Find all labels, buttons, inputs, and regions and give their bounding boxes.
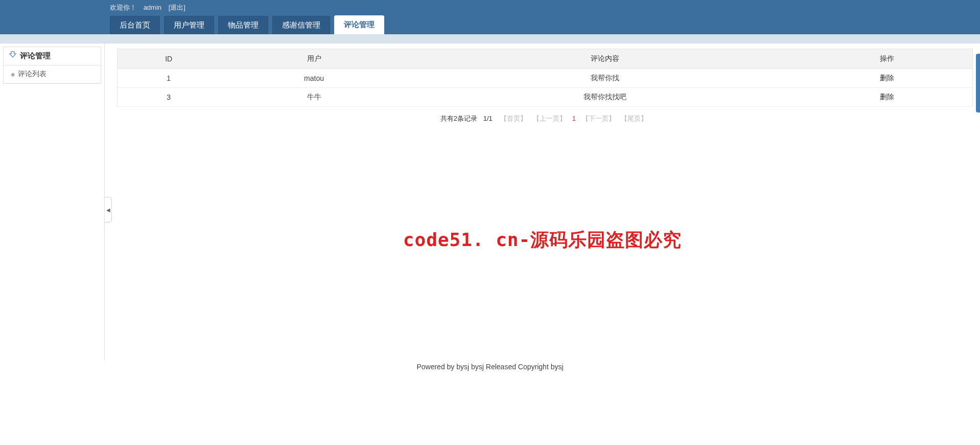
table-header-row: ID 用户 评论内容 操作 [118, 49, 973, 69]
sidebar-title: 评论管理 [4, 47, 101, 65]
sidebar-box: 评论管理 ◆ 评论列表 [3, 47, 101, 84]
pagination-summary: 共有2条记录 [440, 115, 477, 122]
cell-content: 我帮你找 [408, 69, 802, 88]
pagination-current: 1 [572, 115, 576, 122]
scroll-indicator[interactable] [976, 54, 980, 113]
footer: Powered by bysj bysj Released Copyright … [0, 361, 980, 373]
tab-items[interactable]: 物品管理 [218, 16, 268, 34]
sidebar-item-comment-list[interactable]: ◆ 评论列表 [4, 65, 101, 83]
comments-table: ID 用户 评论内容 操作 1 matou 我帮你找 删除 3 牛牛 我帮你找找… [117, 49, 973, 107]
username: admin [144, 4, 161, 11]
welcome-prefix: 欢迎你！ [110, 4, 136, 11]
nav-tabs: 后台首页 用户管理 物品管理 感谢信管理 评论管理 [110, 15, 980, 34]
logout-link[interactable]: [退出] [169, 4, 185, 11]
cell-content: 我帮你找找吧 [408, 88, 802, 107]
sidebar-item-label: 评论列表 [18, 70, 46, 79]
sidebar-title-text: 评论管理 [20, 51, 51, 61]
tab-comments[interactable]: 评论管理 [334, 15, 384, 34]
table-row: 3 牛牛 我帮你找找吧 删除 [118, 88, 973, 107]
cell-id: 3 [118, 88, 220, 107]
delete-link[interactable]: 删除 [880, 74, 894, 82]
header: 欢迎你！ admin [退出] 后台首页 用户管理 物品管理 感谢信管理 评论管… [0, 0, 980, 34]
pagination-first[interactable]: 【首页】 [500, 115, 527, 122]
col-user: 用户 [220, 49, 408, 69]
sub-header [0, 34, 980, 43]
sidebar: 评论管理 ◆ 评论列表 [0, 43, 105, 361]
pagination: 共有2条记录 1/1 【首页】 【上一页】 1 【下一页】 【尾页】 [117, 107, 973, 130]
col-id: ID [118, 49, 220, 69]
delete-link[interactable]: 删除 [880, 93, 894, 101]
content-area: ID 用户 评论内容 操作 1 matou 我帮你找 删除 3 牛牛 我帮你找找… [105, 43, 980, 361]
pagination-last[interactable]: 【尾页】 [621, 115, 647, 122]
pagination-prev[interactable]: 【上一页】 [533, 115, 566, 122]
tab-home[interactable]: 后台首页 [110, 16, 160, 34]
welcome-bar: 欢迎你！ admin [退出] [110, 0, 980, 15]
tab-users[interactable]: 用户管理 [164, 16, 214, 34]
pagination-next[interactable]: 【下一页】 [582, 115, 615, 122]
bullet-icon: ◆ [11, 71, 15, 78]
cell-user: 牛牛 [220, 88, 408, 107]
table-row: 1 matou 我帮你找 删除 [118, 69, 973, 88]
watermark: code51. cn-源码乐园盗图必究 [403, 228, 682, 253]
pagination-page-of: 1/1 [483, 115, 493, 122]
col-action: 操作 [802, 49, 973, 69]
cell-id: 1 [118, 69, 220, 88]
main-wrap: 评论管理 ◆ 评论列表 ◀ ID 用户 评论内容 操作 1 [0, 43, 980, 361]
tab-thanks[interactable]: 感谢信管理 [272, 16, 330, 34]
arrow-down-icon [9, 51, 17, 61]
col-content: 评论内容 [408, 49, 802, 69]
cell-user: matou [220, 69, 408, 88]
